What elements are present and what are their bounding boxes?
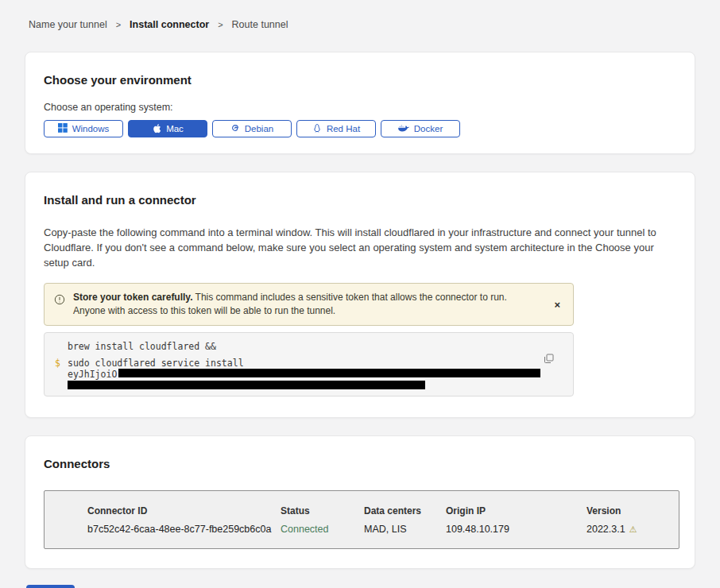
install-card-title: Install and run a connector — [44, 172, 676, 207]
docker-icon — [398, 124, 409, 134]
code-line-brew: brew install cloudflared && — [68, 342, 525, 352]
choose-environment-card: Choose your environment Choose an operat… — [25, 52, 695, 154]
breadcrumb-step-install-connector[interactable]: Install connector — [130, 19, 209, 30]
code-line-service-install: $ sudo cloudflared service install — [68, 358, 525, 369]
breadcrumb-separator: > — [218, 20, 223, 29]
version-value: 2022.3.1 ⚠ — [586, 524, 679, 535]
redacted-token-bar — [68, 381, 425, 389]
code-line-token: eyJhIjoiO — [68, 369, 525, 380]
connector-id-value: b7c52c42-6caa-48ee-8c77-fbe259cb6c0a — [87, 524, 281, 535]
breadcrumb-step-route-tunnel[interactable]: Route tunnel — [232, 19, 288, 30]
code-command-text: sudo cloudflared service install — [68, 358, 244, 369]
install-card-description: Copy-paste the following command into a … — [44, 225, 676, 270]
copy-icon[interactable] — [544, 354, 554, 366]
os-button-label: Red Hat — [327, 124, 360, 133]
os-button-label: Debian — [245, 124, 273, 133]
warning-message-bold: Store your token carefully. — [73, 292, 193, 303]
column-header-data-centers: Data centers — [364, 505, 446, 516]
data-centers-value: MAD, LIS — [364, 524, 446, 535]
debian-icon — [230, 123, 240, 134]
breadcrumb-separator: > — [116, 20, 121, 29]
origin-ip-value: 109.48.10.179 — [446, 524, 586, 535]
os-selector-label: Choose an operating system: — [44, 102, 676, 114]
os-button-group: Windows Mac Debian — [44, 120, 676, 137]
environment-card-title: Choose your environment — [44, 52, 676, 87]
version-number: 2022.3.1 — [586, 524, 625, 535]
connectors-table: Connector ID Status Data centers Origin … — [44, 490, 679, 549]
column-header-connector-id: Connector ID — [87, 505, 281, 516]
apple-icon — [152, 123, 161, 135]
version-warning-icon: ⚠ — [629, 524, 637, 534]
warning-message: Store your token carefully. This command… — [73, 291, 528, 318]
os-button-label: Windows — [72, 124, 110, 133]
windows-icon — [58, 123, 68, 134]
column-header-origin-ip: Origin IP — [446, 505, 586, 516]
column-header-version: Version — [586, 505, 679, 516]
redacted-token-bar — [118, 369, 540, 377]
next-button[interactable]: Next — [26, 585, 75, 588]
shell-prompt: $ — [55, 358, 60, 369]
status-badge: Connected — [281, 524, 364, 535]
os-button-redhat[interactable]: Red Hat — [296, 120, 376, 137]
os-button-label: Docker — [414, 124, 443, 133]
close-icon[interactable]: × — [551, 300, 563, 310]
os-button-docker[interactable]: Docker — [381, 120, 460, 137]
connectors-card-title: Connectors — [44, 436, 676, 471]
breadcrumb: Name your tunnel > Install connector > R… — [0, 0, 720, 30]
breadcrumb-step-name-your-tunnel[interactable]: Name your tunnel — [29, 19, 107, 30]
redhat-icon — [312, 123, 322, 135]
install-command-codeblock: brew install cloudflared && $ sudo cloud… — [44, 332, 574, 397]
os-button-windows[interactable]: Windows — [44, 120, 123, 137]
column-header-status: Status — [281, 505, 364, 516]
os-button-debian[interactable]: Debian — [212, 120, 292, 137]
os-button-mac[interactable]: Mac — [128, 120, 207, 137]
info-icon — [54, 294, 65, 308]
token-warning-banner: Store your token carefully. This command… — [44, 283, 574, 326]
install-connector-card: Install and run a connector Copy-paste t… — [25, 172, 695, 418]
token-prefix: eyJhIjoiO — [68, 369, 117, 380]
connectors-card: Connectors Connector ID Status Data cent… — [25, 435, 695, 569]
os-button-label: Mac — [166, 124, 184, 133]
